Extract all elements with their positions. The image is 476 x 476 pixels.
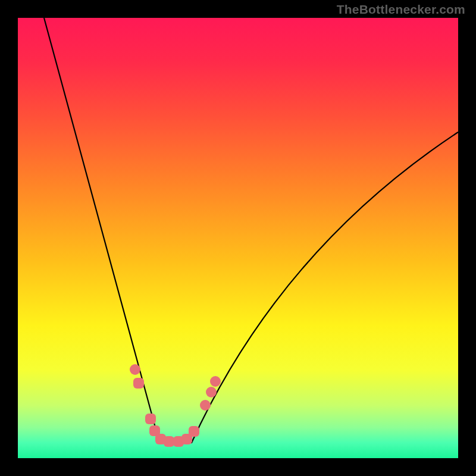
chart-svg (0, 0, 476, 476)
pink-marker-circle (200, 400, 211, 411)
pink-marker-rect (164, 436, 174, 447)
pink-marker-circle (210, 376, 221, 387)
pink-marker-circle (206, 387, 217, 397)
pink-marker-rect (189, 426, 199, 437)
chart-stage: TheBottlenecker.com (0, 0, 476, 476)
plot-area (18, 18, 458, 458)
pink-marker-rect (133, 378, 144, 389)
pink-marker-circle (130, 364, 140, 375)
pink-marker-rect (145, 414, 156, 424)
